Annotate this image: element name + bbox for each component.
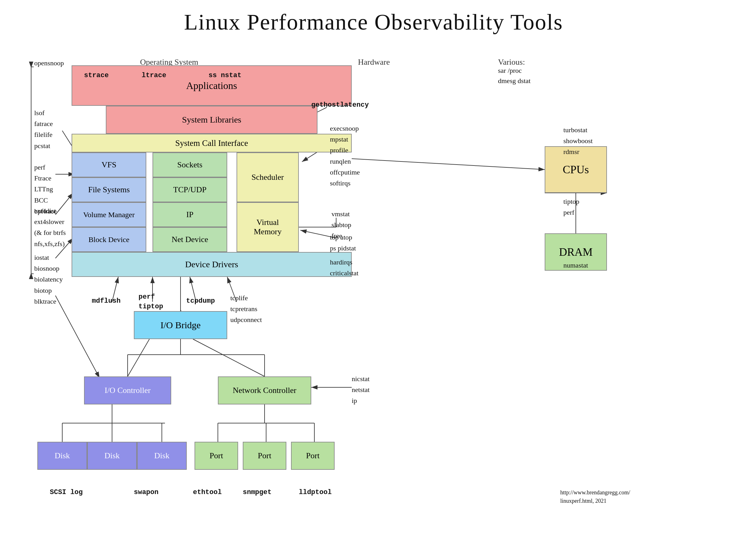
block-device-box: Block Device xyxy=(72,227,146,252)
ip-label: IP xyxy=(186,210,193,219)
opensnoop-label: opensnoop xyxy=(34,59,64,67)
network-controller-box: Network Controller xyxy=(218,376,311,404)
tcpudp-label: TCP/UDP xyxy=(173,185,207,194)
scheduler-label: Scheduler xyxy=(252,173,284,182)
svg-line-23 xyxy=(352,159,545,169)
sockets-label: Sockets xyxy=(177,160,203,169)
device-drivers-box: Device Drivers xyxy=(72,252,352,277)
snmpget-label: snmpget xyxy=(243,488,272,496)
syscall-label: System Call Interface xyxy=(175,138,248,148)
volume-manager-label: Volume Manager xyxy=(83,211,135,219)
iostat-label: iostatbiosnoopbiolatencybiotopblktrace xyxy=(34,252,63,307)
ip-box: IP xyxy=(153,202,227,227)
block-device-label: Block Device xyxy=(88,236,129,244)
cpus-label: CPUs xyxy=(563,163,589,176)
disk-3-box: Disk xyxy=(137,442,187,470)
svg-line-33 xyxy=(193,339,264,376)
virtual-memory-box: VirtualMemory xyxy=(236,202,299,252)
execsnoop-group-label: execsnoopmpstatprofilerunqlenoffcputimes… xyxy=(330,123,360,189)
port-2-box: Port xyxy=(243,442,286,470)
io-controller-box: I/O Controller xyxy=(84,376,171,404)
port-3-box: Port xyxy=(291,442,335,470)
nicstat-label: nicstatnetstatip xyxy=(352,373,369,406)
tcpdump-label: tcpdump xyxy=(186,297,215,305)
ethtool-label: ethtool xyxy=(193,488,222,496)
svg-line-49 xyxy=(55,296,100,378)
system-libraries-layer: System Libraries xyxy=(106,106,317,134)
svg-line-32 xyxy=(128,339,149,376)
sar-proc-label: sar /procdmesg dstat xyxy=(498,65,531,86)
vfs-label: VFS xyxy=(101,160,117,169)
disk-3-label: Disk xyxy=(154,451,169,460)
io-controller-label: I/O Controller xyxy=(105,386,151,395)
ltrace-label: ltrace xyxy=(141,72,166,79)
io-bridge-box: I/O Bridge xyxy=(134,311,227,339)
syscall-layer: System Call Interface xyxy=(72,134,352,153)
lsof-group-label: lsoffatracefilelifepcstat xyxy=(34,107,53,151)
volume-manager-box: Volume Manager xyxy=(72,202,146,227)
applications-label: Applications xyxy=(186,80,237,91)
mdflush-label: mdflush xyxy=(92,297,121,305)
dram-label: DRAM xyxy=(559,245,593,259)
port-1-label: Port xyxy=(209,451,223,460)
ext4dist-label: ext4distext4slower(& for btrfsnfs,xfs,zf… xyxy=(34,205,66,249)
io-bridge-label: I/O Bridge xyxy=(160,320,201,330)
turbostat-label: turbostatshowboostrdmsr xyxy=(563,125,593,157)
strace-label: strace xyxy=(84,72,109,79)
url-label: http://www.brendangregg.com/linuxperf.ht… xyxy=(560,488,630,505)
diagram-area: Operating System Hardware Various: Appli… xyxy=(0,41,747,560)
port-1-box: Port xyxy=(195,442,238,470)
disk-1-box: Disk xyxy=(37,442,87,470)
hardirqs-label: hardirqscriticalstat xyxy=(330,257,359,278)
numastat-label: numastat xyxy=(563,261,588,269)
scheduler-box: Scheduler xyxy=(236,153,299,202)
vfs-box: VFS xyxy=(72,153,146,177)
device-drivers-label: Device Drivers xyxy=(185,260,238,269)
net-device-label: Net Device xyxy=(172,235,208,244)
gethostlatency-label: gethostlatency xyxy=(311,101,369,109)
disk-2-box: Disk xyxy=(87,442,137,470)
scsi-log-label: SCSI log xyxy=(50,488,83,496)
network-controller-label: Network Controller xyxy=(233,386,296,395)
perf-tiptop-label: perftiptop xyxy=(138,292,163,312)
top-atop-label: top atopps pidstat xyxy=(330,232,356,254)
sockets-box: Sockets xyxy=(153,153,227,177)
port-3-label: Port xyxy=(306,451,319,460)
system-libraries-label: System Libraries xyxy=(182,115,241,125)
filesystems-box: File Systems xyxy=(72,177,146,202)
page-title: Linux Performance Observability Tools xyxy=(0,0,747,35)
hw-label: Hardware xyxy=(358,58,390,67)
net-device-box: Net Device xyxy=(153,227,227,252)
virtual-memory-label: VirtualMemory xyxy=(254,218,282,236)
disk-2-label: Disk xyxy=(104,451,120,460)
lldptool-label: lldptool xyxy=(299,488,332,496)
tiptop-perf-label: tiptopperf xyxy=(563,196,579,218)
swapon-label: swapon xyxy=(134,488,158,496)
tcpudp-box: TCP/UDP xyxy=(153,177,227,202)
port-2-label: Port xyxy=(258,451,271,460)
tcplife-label: tcplifetcpretransudpconnect xyxy=(230,292,262,325)
disk-1-label: Disk xyxy=(54,451,70,460)
ss-nstat-label: ss nstat xyxy=(209,72,241,79)
filesystems-label: File Systems xyxy=(88,185,130,194)
